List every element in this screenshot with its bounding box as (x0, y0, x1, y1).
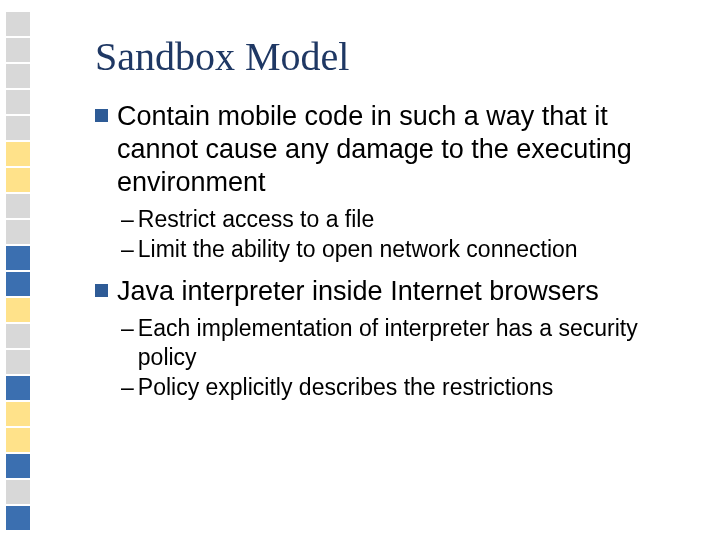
sidebar-block (6, 298, 30, 322)
square-bullet-icon (95, 109, 108, 122)
sub-text: Each implementation of interpreter has a… (138, 314, 690, 374)
sidebar-block (6, 220, 30, 244)
dash-icon: – (121, 205, 134, 235)
sidebar-block (6, 64, 30, 88)
sidebar-block (6, 402, 30, 426)
sidebar-block (6, 480, 30, 504)
slide-content: Sandbox Model Contain mobile code in suc… (95, 33, 690, 413)
dash-icon: – (121, 373, 134, 403)
square-bullet-icon (95, 284, 108, 297)
sidebar-block (6, 168, 30, 192)
bullet-item: Java interpreter inside Internet browser… (95, 275, 690, 404)
sidebar-block (6, 454, 30, 478)
sub-item: – Limit the ability to open network conn… (95, 235, 690, 265)
bullet-item: Contain mobile code in such a way that i… (95, 100, 690, 265)
sidebar-block (6, 272, 30, 296)
sub-text: Limit the ability to open network connec… (138, 235, 578, 265)
sidebar-block (6, 194, 30, 218)
dash-icon: – (121, 235, 134, 265)
sub-text: Restrict access to a file (138, 205, 374, 235)
sub-item: – Restrict access to a file (95, 205, 690, 235)
sub-list: – Each implementation of interpreter has… (95, 314, 690, 404)
bullet-text: Contain mobile code in such a way that i… (117, 100, 690, 199)
sidebar-block (6, 428, 30, 452)
sidebar-block (6, 246, 30, 270)
sub-list: – Restrict access to a file – Limit the … (95, 205, 690, 265)
sidebar-block (6, 350, 30, 374)
sidebar-block (6, 324, 30, 348)
sidebar-block (6, 12, 30, 36)
sidebar-block (6, 116, 30, 140)
bullet-text: Java interpreter inside Internet browser… (117, 275, 599, 308)
sidebar-block (6, 90, 30, 114)
dash-icon: – (121, 314, 134, 344)
sub-item: – Each implementation of interpreter has… (95, 314, 690, 374)
decorative-sidebar (0, 0, 36, 540)
sub-text: Policy explicitly describes the restrict… (138, 373, 553, 403)
sidebar-block (6, 506, 30, 530)
sidebar-block (6, 142, 30, 166)
sub-item: – Policy explicitly describes the restri… (95, 373, 690, 403)
sidebar-block (6, 376, 30, 400)
slide-title: Sandbox Model (95, 33, 690, 80)
sidebar-block (6, 38, 30, 62)
